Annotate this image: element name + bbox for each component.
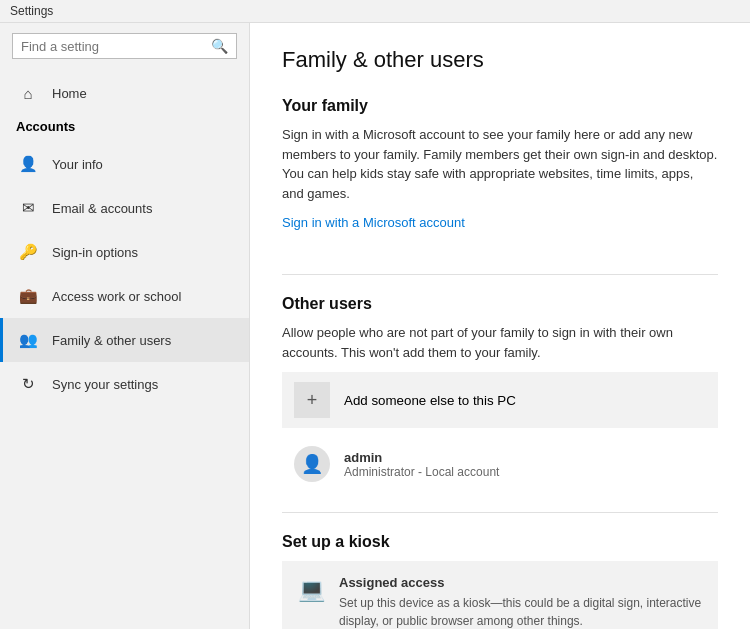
person-icon: 👤: [16, 152, 40, 176]
user-admin-entry: 👤 admin Administrator - Local account: [282, 436, 718, 492]
add-button-label: Add someone else to this PC: [344, 393, 516, 408]
sidebar-section-accounts: Accounts: [0, 115, 249, 142]
sidebar-item-sign-in-options[interactable]: 🔑 Sign-in options: [0, 230, 249, 274]
search-icon: 🔍: [211, 38, 228, 54]
sync-icon: ↻: [16, 372, 40, 396]
search-box[interactable]: 🔍: [12, 33, 237, 59]
sidebar-item-label: Family & other users: [52, 333, 171, 348]
sidebar-item-label: Email & accounts: [52, 201, 152, 216]
your-family-title: Your family: [282, 97, 718, 115]
add-icon: +: [294, 382, 330, 418]
briefcase-icon: 💼: [16, 284, 40, 308]
kiosk-section: Set up a kiosk 💻 Assigned access Set up …: [282, 533, 718, 629]
sidebar: 🔍 ⌂ Home Accounts 👤 Your info ✉ Email & …: [0, 23, 250, 629]
sidebar-item-home[interactable]: ⌂ Home: [0, 71, 249, 115]
kiosk-title: Assigned access: [339, 575, 702, 590]
other-users-description: Allow people who are not part of your fa…: [282, 323, 718, 362]
other-users-section: Other users Allow people who are not par…: [282, 295, 718, 492]
sidebar-item-email-accounts[interactable]: ✉ Email & accounts: [0, 186, 249, 230]
your-family-description: Sign in with a Microsoft account to see …: [282, 125, 718, 203]
sidebar-item-label: Access work or school: [52, 289, 181, 304]
avatar: 👤: [294, 446, 330, 482]
sign-in-microsoft-link[interactable]: Sign in with a Microsoft account: [282, 215, 465, 230]
people-icon: 👥: [16, 328, 40, 352]
kiosk-icon: 💻: [298, 577, 325, 603]
email-icon: ✉: [16, 196, 40, 220]
sidebar-item-access-work-school[interactable]: 💼 Access work or school: [0, 274, 249, 318]
home-icon: ⌂: [16, 81, 40, 105]
sidebar-item-label: Home: [52, 86, 87, 101]
kiosk-section-title: Set up a kiosk: [282, 533, 718, 551]
add-someone-button[interactable]: + Add someone else to this PC: [282, 372, 718, 428]
user-role: Administrator - Local account: [344, 465, 499, 479]
other-users-title: Other users: [282, 295, 718, 313]
assigned-access-box[interactable]: 💻 Assigned access Set up this device as …: [282, 561, 718, 629]
kiosk-description: Set up this device as a kiosk—this could…: [339, 594, 702, 629]
page-title: Family & other users: [282, 47, 718, 73]
key-icon: 🔑: [16, 240, 40, 264]
user-name: admin: [344, 450, 499, 465]
sidebar-item-sync-settings[interactable]: ↻ Sync your settings: [0, 362, 249, 406]
sidebar-item-your-info[interactable]: 👤 Your info: [0, 142, 249, 186]
search-input[interactable]: [21, 39, 207, 54]
your-family-section: Your family Sign in with a Microsoft acc…: [282, 97, 718, 254]
kiosk-info: Assigned access Set up this device as a …: [339, 575, 702, 629]
sidebar-item-label: Your info: [52, 157, 103, 172]
window-title: Settings: [10, 4, 53, 18]
main-content: Family & other users Your family Sign in…: [250, 23, 750, 629]
sidebar-item-label: Sync your settings: [52, 377, 158, 392]
section-divider-2: [282, 512, 718, 513]
title-bar: Settings: [0, 0, 750, 23]
sidebar-item-label: Sign-in options: [52, 245, 138, 260]
user-info: admin Administrator - Local account: [344, 450, 499, 479]
section-divider: [282, 274, 718, 275]
sidebar-item-family-other-users[interactable]: 👥 Family & other users: [0, 318, 249, 362]
